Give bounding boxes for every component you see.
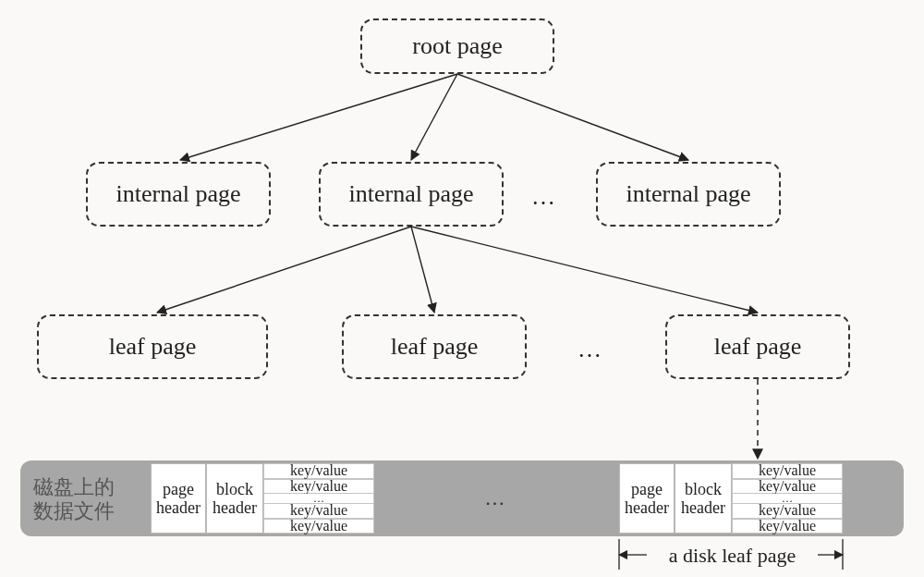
kv-cell: key/value bbox=[263, 463, 374, 479]
leaf-page-label-1: leaf page bbox=[109, 333, 197, 361]
svg-line-5 bbox=[411, 227, 758, 313]
storage-caption: 磁盘上的 数据文件 bbox=[33, 475, 144, 523]
internal-page-node-2: internal page bbox=[319, 162, 504, 227]
internal-page-label-1: internal page bbox=[116, 180, 241, 208]
kv-stack-2: key/value key/value … key/value key/valu… bbox=[732, 463, 843, 534]
kv-cell: key/value bbox=[732, 463, 843, 479]
kv-cell: key/value bbox=[732, 503, 843, 519]
leaf-page-node-1: leaf page bbox=[37, 314, 268, 379]
internal-ellipsis: … bbox=[531, 183, 559, 211]
kv-stack-1: key/value key/value … key/value key/valu… bbox=[263, 463, 374, 534]
internal-page-node-3: internal page bbox=[596, 162, 781, 227]
leaf-ellipsis: … bbox=[578, 336, 605, 363]
kv-cell: key/value bbox=[263, 503, 374, 519]
svg-line-2 bbox=[457, 74, 688, 160]
internal-page-node-1: internal page bbox=[86, 162, 271, 227]
leaf-page-node-2: leaf page bbox=[342, 314, 527, 379]
disk-leaf-page-label: a disk leaf page bbox=[647, 544, 818, 568]
block-header-cell-2: block header bbox=[675, 463, 732, 534]
root-page-node: root page bbox=[360, 18, 554, 74]
page-header-cell-2: page header bbox=[619, 463, 675, 534]
leaf-page-node-3: leaf page bbox=[665, 314, 850, 379]
leaf-page-label-3: leaf page bbox=[714, 333, 802, 361]
svg-line-4 bbox=[411, 227, 434, 313]
page-header-label-2: page header bbox=[620, 480, 674, 517]
internal-page-label-3: internal page bbox=[626, 180, 751, 208]
internal-page-label-2: internal page bbox=[349, 180, 474, 208]
diagram-stage: root page internal page internal page … … bbox=[0, 0, 924, 577]
kv-cell: key/value bbox=[263, 519, 374, 534]
block-header-cell-1: block header bbox=[206, 463, 263, 534]
storage-caption-line2: 数据文件 bbox=[33, 499, 115, 522]
svg-line-3 bbox=[157, 227, 411, 313]
kv-cell: key/value bbox=[732, 519, 843, 534]
svg-line-0 bbox=[180, 74, 457, 160]
svg-line-1 bbox=[411, 74, 457, 160]
page-header-cell-1: page header bbox=[151, 463, 206, 534]
leaf-page-label-2: leaf page bbox=[391, 333, 479, 361]
block-header-label-2: block header bbox=[675, 480, 731, 517]
root-page-label: root page bbox=[412, 32, 502, 60]
storage-caption-line1: 磁盘上的 bbox=[33, 475, 115, 498]
storage-ellipsis: … bbox=[374, 463, 619, 534]
block-header-label-1: block header bbox=[207, 480, 262, 517]
page-header-label-1: page header bbox=[152, 480, 205, 517]
